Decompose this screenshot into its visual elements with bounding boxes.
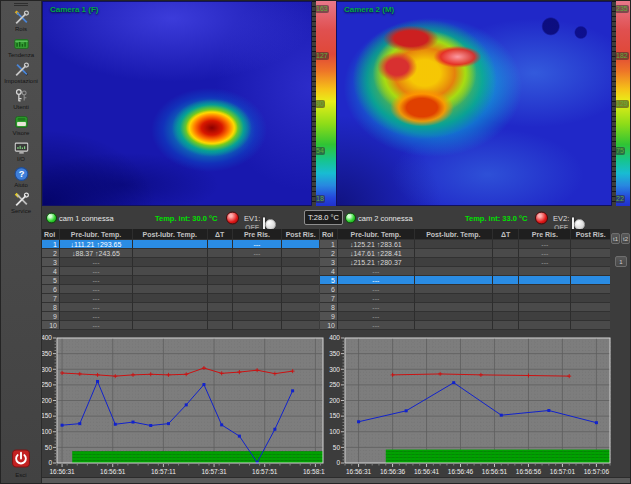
trend1-button[interactable]: t1 [611,233,620,244]
camera2-roi-row-2[interactable]: 2↓147.61 ↑228.41--- [320,249,610,258]
cell-post [133,267,208,276]
cell-roi: 1 [42,240,60,249]
cell-dt [493,285,519,294]
svg-text:50: 50 [45,444,53,451]
camera1-roi-row-9[interactable]: 9--- [42,312,319,321]
sidebar-item-utenti[interactable]: Utenti [1,86,41,112]
svg-text:150: 150 [329,412,340,419]
camera2-roi-row-1[interactable]: 1↓125.21 ↑283.61--- [320,240,610,249]
camera1-roi-row-2[interactable]: 2↓88.37 ↑243.65--- [42,249,319,258]
camera2-roi-row-8[interactable]: 8--- [320,303,610,312]
thermal-monitoring-app: RoisTendenzaImpostazioniUtentiVisoreI/O?… [0,0,631,484]
camera2-thermal-view[interactable]: Camera 2 (M) [336,1,612,206]
cell-post_ris [571,285,610,294]
cell-post [415,267,493,276]
svg-text:16:56:36: 16:56:36 [380,468,406,475]
camera1-record-button[interactable] [226,212,239,225]
cell-dt [208,303,233,312]
cell-post_ris [282,321,319,330]
cell-pre_ris: --- [519,240,571,249]
power-icon [11,449,31,472]
cell-roi: 8 [42,303,60,312]
cell-pre: --- [60,276,133,285]
scale-value-label: 182 [615,52,629,60]
cell-pre_ris [233,303,283,312]
viewer-icon [13,114,30,130]
cell-roi: 4 [320,267,338,276]
camera1-roi-row-7[interactable]: 7--- [42,294,319,303]
camera2-roi-row-10[interactable]: 10--- [320,321,610,330]
camera1-roi-row-3[interactable]: 3--- [42,258,319,267]
cell-pre_ris [519,276,571,285]
help-icon: ? [13,166,30,182]
camera2-roi-row-9[interactable]: 9--- [320,312,610,321]
sidebar-item-visore[interactable]: Visore [1,112,41,138]
sidebar-item-rois[interactable]: Rois [1,8,41,34]
trend2-button[interactable]: t2 [621,233,630,244]
camera2-roi-row-7[interactable]: 7--- [320,294,610,303]
camera1-connection-label: cam 1 connessa [59,214,114,223]
cell-pre_ris [519,321,571,330]
camera2-roi-row-5[interactable]: 5--- [320,276,610,285]
page1-button[interactable]: 1 [615,256,627,267]
camera1-roi-table: RoiPre-lubr. Temp.Post-lubr. Temp.ΔTPre … [42,229,319,330]
camera1-internal-temp: Temp. int: 30.0 °C [155,214,217,223]
camera1-roi-row-10[interactable]: 10--- [42,321,319,330]
camera2-record-button[interactable] [535,212,548,225]
svg-text:0: 0 [48,459,52,466]
camera2-roi-row-4[interactable]: 4--- [320,267,610,276]
cell-pre: --- [338,294,415,303]
sidebar-item-label: Tendenza [8,52,34,59]
column-header: Post Ris. [571,229,610,240]
cell-roi: 6 [320,285,338,294]
sidebar: RoisTendenzaImpostazioniUtentiVisoreI/O?… [1,1,42,483]
sidebar-item-aiuto[interactable]: ?Aiuto [1,164,41,190]
cell-pre: --- [60,285,133,294]
cell-post [133,258,208,267]
camera2-roi-row-6[interactable]: 6--- [320,285,610,294]
cell-roi: 5 [320,276,338,285]
camera1-roi-row-5[interactable]: 5--- [42,276,319,285]
column-header: Pre-lubr. Temp. [60,229,133,240]
cell-pre_ris: --- [233,249,283,258]
cell-post [415,285,493,294]
sidebar-item-esci[interactable]: Esci [1,449,41,479]
camera2-title: Camera 2 (M) [344,5,394,14]
cell-roi: 10 [42,321,60,330]
cell-dt [208,294,233,303]
sidebar-item-service[interactable]: Service [1,190,41,216]
svg-text:100: 100 [329,428,340,435]
cell-post_ris [282,303,319,312]
camera1-thermal-view[interactable]: Camera 1 (F) [42,1,312,206]
cell-pre: ↓215.21 ↑280.37 [338,258,415,267]
svg-text:200: 200 [42,397,52,404]
sidebar-item-tendenza[interactable]: Tendenza [1,34,41,60]
cell-pre_ris [233,312,283,321]
cell-post_ris [282,285,319,294]
camera1-roi-row-8[interactable]: 8--- [42,303,319,312]
scale-value-label: 18 [315,195,325,203]
cell-dt [493,321,519,330]
camera1-roi-row-4[interactable]: 4--- [42,267,319,276]
column-header: Post-lubr. Temp. [133,229,208,240]
cell-post [133,285,208,294]
column-header: Post Ris. [282,229,319,240]
keys-icon [13,88,30,104]
cell-pre_ris [233,285,283,294]
cell-post [415,276,493,285]
cell-post_ris [571,276,610,285]
sidebar-grip[interactable] [14,3,28,7]
camera2-roi-table: RoiPre-lubr. Temp.Post-lubr. Temp.ΔTPre … [320,229,610,330]
cell-pre: --- [338,276,415,285]
cell-dt [493,267,519,276]
sidebar-item-i-o[interactable]: I/O [1,138,41,164]
camera1-roi-row-6[interactable]: 6--- [42,285,319,294]
ev2-label: EV2: [553,214,569,223]
cell-roi: 8 [320,303,338,312]
svg-text:16:56:31: 16:56:31 [49,468,75,475]
cell-dt [208,321,233,330]
camera1-roi-row-1[interactable]: 1↓111.21 ↑293.65--- [42,240,319,249]
cell-post_ris [571,303,610,312]
camera2-roi-row-3[interactable]: 3↓215.21 ↑280.37--- [320,258,610,267]
sidebar-item-impostazioni[interactable]: Impostazioni [1,60,41,86]
